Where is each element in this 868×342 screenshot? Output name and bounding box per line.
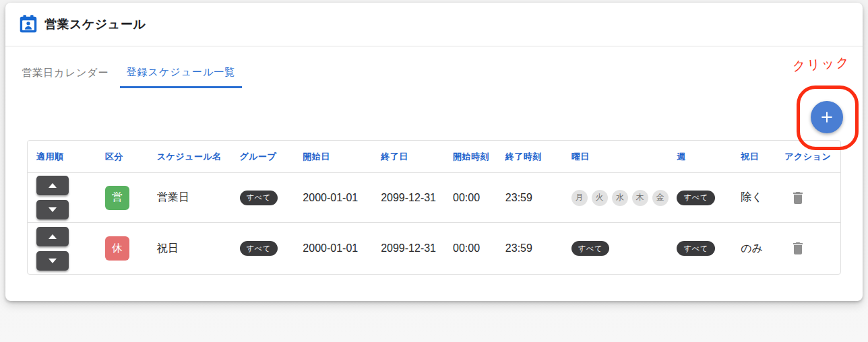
table-header-row: 適用順 区分 スケジュール名 グループ 開始日 終了日 開始時刻 終了時刻 曜日… bbox=[28, 141, 840, 173]
weekday-pill: すべて bbox=[571, 241, 610, 256]
tab-business-calendar[interactable]: 営業日カレンダー bbox=[11, 58, 120, 88]
trash-icon bbox=[790, 240, 806, 256]
page-title: 営業スケジュール bbox=[44, 16, 146, 32]
column-header: 適用順 bbox=[36, 151, 105, 163]
card-header: 営業スケジュール bbox=[5, 3, 863, 46]
tab-label: 営業日カレンダー bbox=[22, 67, 108, 79]
holiday-value: 除く bbox=[741, 191, 784, 205]
column-header: 区分 bbox=[105, 151, 157, 163]
delete-button[interactable] bbox=[790, 190, 806, 206]
week-pill: すべて bbox=[677, 241, 715, 256]
column-header: アクション bbox=[784, 151, 840, 163]
move-up-button[interactable] bbox=[36, 176, 69, 195]
arrow-down-icon bbox=[49, 207, 57, 212]
arrow-up-icon bbox=[49, 234, 57, 239]
start-time: 00:00 bbox=[453, 242, 505, 254]
holiday-value: のみ bbox=[741, 242, 784, 256]
column-header: スケジュール名 bbox=[157, 151, 240, 163]
start-date: 2000-01-01 bbox=[303, 192, 381, 204]
move-down-button[interactable] bbox=[36, 251, 69, 271]
end-date: 2099-12-31 bbox=[381, 242, 453, 254]
weekday-chip: 金 bbox=[652, 190, 669, 206]
column-header: 開始時刻 bbox=[453, 151, 505, 163]
add-schedule-button[interactable] bbox=[811, 101, 843, 133]
category-badge: 休 bbox=[105, 236, 129, 261]
trash-icon bbox=[790, 190, 806, 206]
schedule-table: 適用順 区分 スケジュール名 グループ 開始日 終了日 開始時刻 終了時刻 曜日… bbox=[27, 140, 841, 275]
table-row: 営 営業日 すべて 2000-01-01 2099-12-31 00:00 23… bbox=[28, 173, 840, 223]
click-annotation-label: クリック bbox=[792, 53, 861, 75]
move-up-button[interactable] bbox=[36, 227, 69, 246]
weekday-chip: 木 bbox=[632, 190, 648, 206]
column-header: 週 bbox=[677, 151, 741, 163]
week-pill: すべて bbox=[677, 191, 715, 205]
arrow-up-icon bbox=[49, 183, 57, 188]
weekday-chip: 水 bbox=[612, 190, 628, 206]
order-cell bbox=[36, 176, 105, 219]
tab-bar: 営業日カレンダー 登録スケジュール一覧 bbox=[5, 58, 242, 88]
weekday-chip: 月 bbox=[571, 190, 588, 206]
start-time: 00:00 bbox=[453, 192, 505, 204]
column-header: グループ bbox=[240, 151, 303, 163]
table-row: 休 祝日 すべて 2000-01-01 2099-12-31 00:00 23:… bbox=[28, 223, 840, 274]
schedule-name: 営業日 bbox=[157, 191, 240, 205]
tab-registered-schedules[interactable]: 登録スケジュール一覧 bbox=[120, 58, 242, 88]
schedule-card: 営業スケジュール 営業日カレンダー 登録スケジュール一覧 クリック 適用順 区分… bbox=[5, 3, 863, 301]
column-header: 終了時刻 bbox=[505, 151, 571, 163]
end-time: 23:59 bbox=[505, 242, 571, 254]
column-header: 終了日 bbox=[381, 151, 453, 163]
weekday-chips: 月 火 水 木 金 bbox=[571, 190, 669, 206]
move-down-button[interactable] bbox=[36, 200, 69, 219]
category-badge: 営 bbox=[105, 186, 129, 210]
group-pill: すべて bbox=[240, 241, 278, 256]
schedule-name: 祝日 bbox=[157, 242, 240, 256]
arrow-down-icon bbox=[49, 259, 57, 263]
column-header: 祝日 bbox=[741, 151, 784, 163]
column-header: 曜日 bbox=[571, 151, 677, 163]
delete-button[interactable] bbox=[790, 240, 806, 256]
group-pill: すべて bbox=[240, 191, 278, 205]
contact-calendar-icon bbox=[18, 13, 39, 35]
order-cell bbox=[36, 227, 105, 271]
end-date: 2099-12-31 bbox=[381, 192, 453, 204]
end-time: 23:59 bbox=[505, 192, 571, 204]
plus-icon bbox=[819, 110, 834, 125]
start-date: 2000-01-01 bbox=[303, 242, 381, 254]
weekday-chip: 火 bbox=[592, 190, 608, 206]
tab-label: 登録スケジュール一覧 bbox=[127, 66, 236, 79]
column-header: 開始日 bbox=[303, 151, 381, 163]
